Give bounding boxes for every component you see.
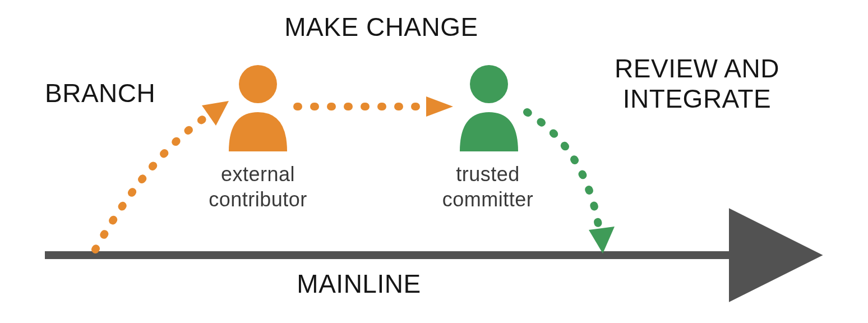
arrow-contributor-to-committer [297,96,453,117]
svg-marker-3 [426,96,453,117]
arrow-committer-to-mainline [527,112,615,253]
svg-point-5 [239,65,277,103]
arrow-branch-to-contributor [95,101,229,250]
person-icon-external-contributor [229,65,287,151]
svg-marker-4 [589,227,615,253]
workflow-diagram [0,0,868,323]
svg-point-6 [470,65,508,103]
person-icon-trusted-committer [460,65,518,151]
svg-marker-1 [202,101,229,126]
diagram-stage: BRANCH MAKE CHANGE REVIEW AND INTEGRATE … [0,0,868,323]
